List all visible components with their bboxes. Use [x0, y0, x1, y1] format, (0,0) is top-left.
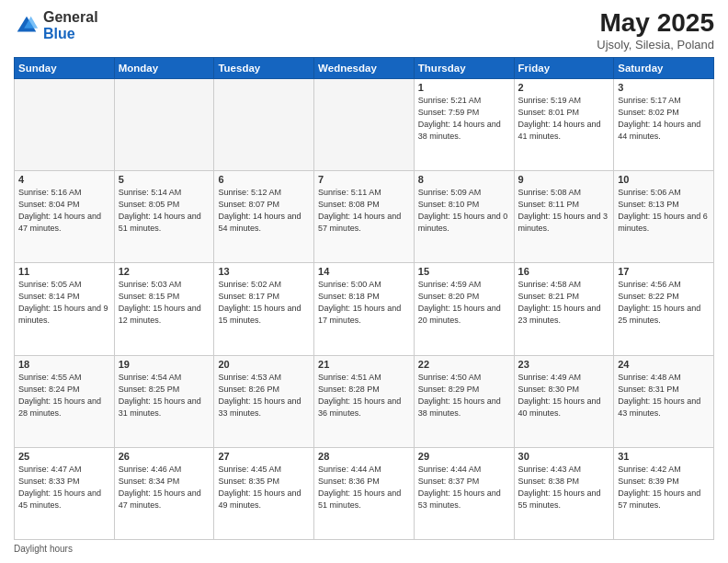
page: General Blue May 2025 Ujsoly, Silesia, P… — [0, 0, 728, 563]
day-number: 8 — [418, 174, 510, 185]
table-row: 5Sunrise: 5:14 AMSunset: 8:05 PMDaylight… — [114, 171, 214, 263]
day-info: Sunrise: 4:47 AMSunset: 8:33 PMDaylight:… — [18, 464, 110, 511]
footer-text: Daylight hours — [14, 544, 73, 554]
col-friday: Friday — [514, 57, 614, 78]
day-info: Sunrise: 4:48 AMSunset: 8:31 PMDaylight:… — [618, 372, 710, 419]
table-row — [214, 78, 314, 170]
day-number: 24 — [618, 359, 710, 370]
table-row: 18Sunrise: 4:55 AMSunset: 8:24 PMDayligh… — [15, 355, 115, 447]
table-row: 19Sunrise: 4:54 AMSunset: 8:25 PMDayligh… — [114, 355, 214, 447]
table-row: 31Sunrise: 4:42 AMSunset: 8:39 PMDayligh… — [614, 447, 714, 539]
day-info: Sunrise: 4:50 AMSunset: 8:29 PMDaylight:… — [418, 372, 510, 419]
day-info: Sunrise: 5:17 AMSunset: 8:02 PMDaylight:… — [618, 95, 710, 143]
day-number: 28 — [318, 451, 410, 462]
day-info: Sunrise: 4:49 AMSunset: 8:30 PMDaylight:… — [518, 372, 610, 419]
day-number: 5 — [119, 174, 210, 185]
table-row: 4Sunrise: 5:16 AMSunset: 8:04 PMDaylight… — [15, 171, 115, 263]
day-info: Sunrise: 4:42 AMSunset: 8:39 PMDaylight:… — [618, 464, 710, 511]
col-saturday: Saturday — [614, 57, 714, 78]
day-number: 23 — [518, 359, 610, 370]
logo-general-text: General — [43, 9, 98, 25]
day-number: 25 — [18, 451, 110, 462]
table-row: 21Sunrise: 4:51 AMSunset: 8:28 PMDayligh… — [314, 355, 415, 447]
day-number: 12 — [119, 266, 210, 277]
day-number: 11 — [18, 266, 110, 277]
day-info: Sunrise: 5:08 AMSunset: 8:11 PMDaylight:… — [518, 187, 610, 235]
table-row: 6Sunrise: 5:12 AMSunset: 8:07 PMDaylight… — [214, 171, 314, 263]
col-thursday: Thursday — [414, 57, 514, 78]
day-info: Sunrise: 4:51 AMSunset: 8:28 PMDaylight:… — [318, 372, 410, 419]
day-number: 19 — [119, 359, 210, 370]
day-info: Sunrise: 4:46 AMSunset: 8:34 PMDaylight:… — [119, 464, 210, 511]
day-info: Sunrise: 5:14 AMSunset: 8:05 PMDaylight:… — [119, 187, 210, 235]
day-number: 18 — [18, 359, 110, 370]
calendar-week-row: 4Sunrise: 5:16 AMSunset: 8:04 PMDaylight… — [15, 171, 714, 263]
table-row: 27Sunrise: 4:45 AMSunset: 8:35 PMDayligh… — [214, 447, 314, 539]
col-wednesday: Wednesday — [314, 57, 415, 78]
day-info: Sunrise: 4:55 AMSunset: 8:24 PMDaylight:… — [18, 372, 110, 419]
table-row — [314, 78, 415, 170]
day-info: Sunrise: 4:44 AMSunset: 8:36 PMDaylight:… — [318, 464, 410, 511]
day-number: 21 — [318, 359, 410, 370]
day-info: Sunrise: 4:53 AMSunset: 8:26 PMDaylight:… — [218, 372, 310, 419]
logo: General Blue — [14, 9, 98, 41]
day-number: 9 — [518, 174, 610, 185]
day-info: Sunrise: 4:54 AMSunset: 8:25 PMDaylight:… — [119, 372, 210, 419]
table-row: 3Sunrise: 5:17 AMSunset: 8:02 PMDaylight… — [614, 78, 714, 170]
day-info: Sunrise: 5:05 AMSunset: 8:14 PMDaylight:… — [18, 279, 110, 327]
calendar-header-row: Sunday Monday Tuesday Wednesday Thursday… — [15, 57, 714, 78]
day-info: Sunrise: 4:45 AMSunset: 8:35 PMDaylight:… — [218, 464, 310, 511]
day-info: Sunrise: 4:43 AMSunset: 8:38 PMDaylight:… — [518, 464, 610, 511]
table-row: 11Sunrise: 5:05 AMSunset: 8:14 PMDayligh… — [15, 263, 115, 355]
calendar-table: Sunday Monday Tuesday Wednesday Thursday… — [14, 57, 714, 540]
day-info: Sunrise: 5:12 AMSunset: 8:07 PMDaylight:… — [218, 187, 310, 235]
day-number: 6 — [218, 174, 310, 185]
day-number: 10 — [618, 174, 710, 185]
table-row: 7Sunrise: 5:11 AMSunset: 8:08 PMDaylight… — [314, 171, 415, 263]
calendar-week-row: 18Sunrise: 4:55 AMSunset: 8:24 PMDayligh… — [15, 355, 714, 447]
table-row: 24Sunrise: 4:48 AMSunset: 8:31 PMDayligh… — [614, 355, 714, 447]
table-row: 22Sunrise: 4:50 AMSunset: 8:29 PMDayligh… — [414, 355, 514, 447]
day-info: Sunrise: 5:00 AMSunset: 8:18 PMDaylight:… — [318, 279, 410, 327]
day-info: Sunrise: 5:19 AMSunset: 8:01 PMDaylight:… — [518, 95, 610, 143]
day-number: 26 — [119, 451, 210, 462]
table-row: 23Sunrise: 4:49 AMSunset: 8:30 PMDayligh… — [514, 355, 614, 447]
day-number: 29 — [418, 451, 510, 462]
table-row: 16Sunrise: 4:58 AMSunset: 8:21 PMDayligh… — [514, 263, 614, 355]
day-number: 30 — [518, 451, 610, 462]
calendar-week-row: 11Sunrise: 5:05 AMSunset: 8:14 PMDayligh… — [15, 263, 714, 355]
day-number: 15 — [418, 266, 510, 277]
table-row — [15, 78, 115, 170]
table-row: 29Sunrise: 4:44 AMSunset: 8:37 PMDayligh… — [414, 447, 514, 539]
table-row: 8Sunrise: 5:09 AMSunset: 8:10 PMDaylight… — [414, 171, 514, 263]
table-row: 13Sunrise: 5:02 AMSunset: 8:17 PMDayligh… — [214, 263, 314, 355]
col-monday: Monday — [114, 57, 214, 78]
day-number: 14 — [318, 266, 410, 277]
table-row: 28Sunrise: 4:44 AMSunset: 8:36 PMDayligh… — [314, 447, 415, 539]
month-title: May 2025 — [597, 9, 714, 38]
table-row: 17Sunrise: 4:56 AMSunset: 8:22 PMDayligh… — [614, 263, 714, 355]
day-info: Sunrise: 4:56 AMSunset: 8:22 PMDaylight:… — [618, 279, 710, 327]
footer: Daylight hours — [14, 544, 714, 554]
table-row: 26Sunrise: 4:46 AMSunset: 8:34 PMDayligh… — [114, 447, 214, 539]
title-block: May 2025 Ujsoly, Silesia, Poland — [597, 9, 714, 52]
table-row: 9Sunrise: 5:08 AMSunset: 8:11 PMDaylight… — [514, 171, 614, 263]
table-row: 25Sunrise: 4:47 AMSunset: 8:33 PMDayligh… — [15, 447, 115, 539]
day-number: 1 — [418, 82, 510, 93]
day-number: 2 — [518, 82, 610, 93]
day-number: 22 — [418, 359, 510, 370]
day-info: Sunrise: 5:06 AMSunset: 8:13 PMDaylight:… — [618, 187, 710, 235]
location: Ujsoly, Silesia, Poland — [597, 38, 714, 52]
calendar-week-row: 25Sunrise: 4:47 AMSunset: 8:33 PMDayligh… — [15, 447, 714, 539]
day-number: 7 — [318, 174, 410, 185]
logo-blue-text: Blue — [43, 26, 75, 41]
day-number: 27 — [218, 451, 310, 462]
table-row — [114, 78, 214, 170]
day-number: 31 — [618, 451, 710, 462]
day-info: Sunrise: 4:58 AMSunset: 8:21 PMDaylight:… — [518, 279, 610, 327]
day-info: Sunrise: 4:59 AMSunset: 8:20 PMDaylight:… — [418, 279, 510, 327]
day-info: Sunrise: 5:02 AMSunset: 8:17 PMDaylight:… — [218, 279, 310, 327]
col-sunday: Sunday — [15, 57, 115, 78]
day-info: Sunrise: 5:03 AMSunset: 8:15 PMDaylight:… — [119, 279, 210, 327]
table-row: 30Sunrise: 4:43 AMSunset: 8:38 PMDayligh… — [514, 447, 614, 539]
